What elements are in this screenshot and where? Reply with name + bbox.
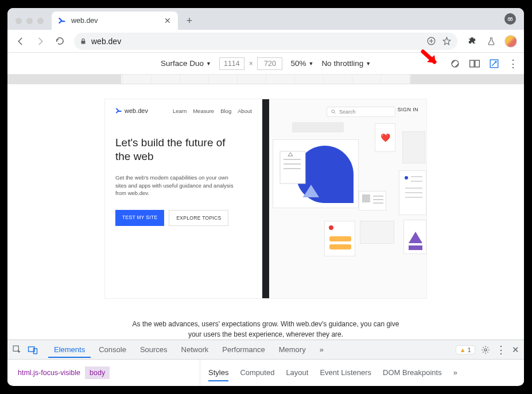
svg-point-19 [484, 349, 487, 351]
search-placeholder: Search [339, 109, 356, 115]
throttling-selector[interactable]: No throttling▼ [321, 59, 371, 68]
nav-blog[interactable]: Blog [220, 108, 231, 114]
new-tab-button[interactable]: + [181, 13, 197, 29]
svg-point-8 [332, 110, 335, 113]
svg-rect-14 [329, 244, 351, 249]
layout-tab[interactable]: Layout [286, 368, 308, 377]
site-logo[interactable]: web.dev [115, 107, 148, 114]
hero-illustration: ❤️ [269, 122, 426, 298]
hero-title: Let's build the future of the web [115, 136, 230, 163]
close-window-icon[interactable] [15, 18, 22, 24]
tab-sources[interactable]: Sources [134, 341, 173, 358]
back-button[interactable] [12, 33, 29, 50]
svg-point-0 [508, 18, 510, 21]
profile-indicator-icon[interactable] [504, 13, 516, 25]
window-controls [12, 18, 49, 30]
devtools-close-icon[interactable]: ✕ [512, 345, 519, 355]
svg-point-1 [510, 18, 512, 21]
omnibox-actions [426, 36, 452, 46]
nav-measure[interactable]: Measure [193, 108, 214, 114]
svg-point-12 [329, 225, 333, 230]
device-selector[interactable]: Surface Duo▼ [161, 59, 211, 68]
forward-button[interactable] [32, 33, 49, 50]
dual-screen-icon[interactable] [469, 58, 480, 69]
tab-memory[interactable]: Memory [273, 341, 312, 358]
computed-tab[interactable]: Computed [240, 368, 274, 377]
breadcrumb-body[interactable]: body [85, 366, 110, 379]
toggle-device-toolbar-icon[interactable] [28, 345, 38, 354]
svg-rect-13 [329, 236, 351, 241]
inspect-element-icon[interactable] [12, 345, 22, 354]
tab-elements[interactable]: Elements [48, 341, 91, 358]
favicon-icon [57, 16, 67, 25]
profile-avatar[interactable] [502, 33, 519, 50]
devtools-settings-icon[interactable] [481, 345, 490, 354]
lock-icon [80, 37, 87, 45]
address-bar[interactable]: web.dev [74, 33, 457, 50]
search-icon [331, 109, 336, 115]
close-tab-icon[interactable]: ✕ [163, 16, 172, 25]
device-toolbar: Surface Duo▼ × 50%▼ No throttling▼ ⋮ [7, 53, 524, 75]
tab-title: web.dev [71, 17, 98, 25]
site-logo-text: web.dev [125, 107, 148, 114]
browser-tab[interactable]: web.dev ✕ [52, 11, 178, 30]
tab-network[interactable]: Network [176, 341, 215, 358]
svg-rect-6 [475, 60, 480, 67]
height-input[interactable] [257, 57, 282, 70]
dimension-separator: × [249, 60, 253, 68]
svg-point-10 [405, 176, 408, 180]
browser-window: web.dev ✕ + web.dev Surface Duo▼ [7, 8, 524, 386]
styles-overflow-icon[interactable]: » [453, 368, 457, 377]
left-screen: web.dev Learn Measure Blog About Let's b… [105, 99, 262, 298]
hero-subtitle: Get the web's modern capabilities on you… [115, 174, 236, 197]
zoom-selector[interactable]: 50%▼ [290, 59, 313, 68]
test-my-site-button[interactable]: TEST MY SITE [115, 210, 164, 226]
explore-topics-button[interactable]: EXPLORE TOPICS [169, 210, 228, 226]
svg-rect-15 [362, 194, 370, 202]
width-input[interactable] [219, 57, 244, 70]
styles-pane-tabs: Styles Computed Layout Event Listeners D… [200, 360, 465, 385]
tab-performance[interactable]: Performance [216, 341, 270, 358]
right-screen: Search SIGN IN ❤️ [269, 99, 426, 298]
url-text: web.dev [91, 37, 121, 46]
device-posture-icon[interactable] [488, 58, 500, 69]
page-caption: As the web advances, users' expectations… [105, 319, 426, 340]
devtools-tabs: Elements Console Sources Network Perform… [7, 340, 524, 360]
dom-breakpoints-tab[interactable]: DOM Breakpoints [383, 368, 442, 377]
nav-learn[interactable]: Learn [173, 108, 187, 114]
nav-about[interactable]: About [238, 108, 252, 114]
install-app-icon[interactable] [426, 36, 436, 46]
labs-icon[interactable] [483, 33, 500, 50]
site-nav: Learn Measure Blog About [173, 108, 252, 114]
viewport-stage: web.dev Learn Measure Blog About Let's b… [7, 75, 524, 340]
svg-point-4 [452, 60, 459, 67]
issues-badge[interactable]: ▲1 [456, 345, 475, 354]
svg-rect-2 [81, 41, 86, 44]
devtools-panel: Elements Console Sources Network Perform… [7, 340, 524, 385]
device-hinge [262, 99, 269, 298]
event-listeners-tab[interactable]: Event Listeners [320, 368, 371, 377]
tab-console[interactable]: Console [93, 341, 132, 358]
svg-rect-5 [470, 60, 475, 67]
site-header: web.dev Learn Measure Blog About [115, 107, 252, 114]
rotate-icon[interactable] [449, 58, 461, 69]
device-frame: web.dev Learn Measure Blog About Let's b… [105, 99, 426, 298]
extensions-icon[interactable] [463, 33, 480, 50]
dom-breadcrumbs[interactable]: html.js-focus-visible body [7, 360, 200, 385]
site-search[interactable]: Search [327, 107, 395, 117]
dimensions: × [219, 57, 283, 70]
styles-tab[interactable]: Styles [208, 364, 228, 381]
reload-button[interactable] [51, 33, 68, 50]
browser-toolbar: web.dev [7, 30, 524, 53]
tabs-overflow-icon[interactable]: » [314, 341, 329, 358]
maximize-window-icon[interactable] [37, 18, 44, 24]
responsive-ruler[interactable] [7, 75, 524, 84]
bookmark-icon[interactable] [442, 36, 452, 46]
sign-in-link[interactable]: SIGN IN [398, 107, 418, 112]
svg-rect-11 [409, 245, 422, 250]
minimize-window-icon[interactable] [26, 18, 33, 24]
breadcrumb-html[interactable]: html.js-focus-visible [13, 366, 85, 379]
tab-strip: web.dev ✕ + [7, 8, 524, 30]
